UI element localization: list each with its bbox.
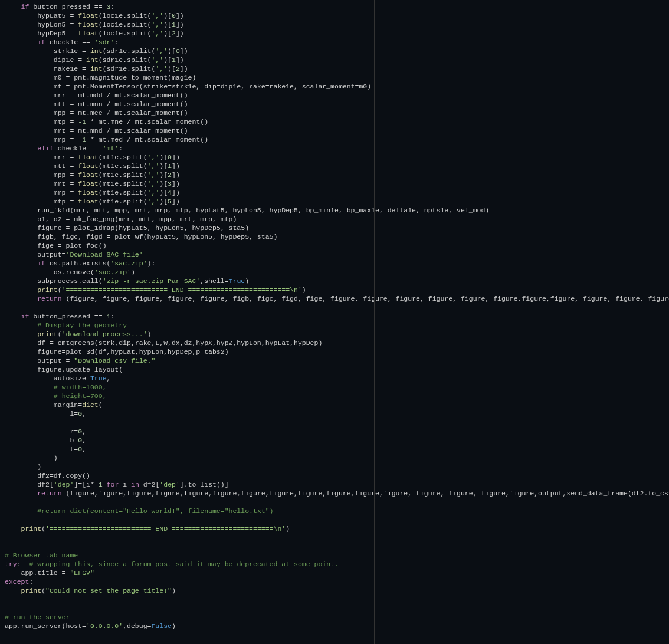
code-line[interactable]	[5, 542, 669, 551]
code-line[interactable]: mpp = mt.mee / mt.scalar_moment()	[5, 109, 669, 117]
code-line[interactable]: o1, o2 = mk_foc_png(mrr, mtt, mpp, mrt, …	[5, 215, 669, 224]
code-line[interactable]: m0 = pmt.magnitude_to_moment(mag1e)	[5, 73, 669, 82]
code-line[interactable]: elif check1e == 'mt':	[5, 144, 669, 153]
code-line[interactable]: # Browser tab name	[5, 551, 669, 560]
code-token: (mt1e.split(	[99, 180, 147, 188]
code-token: print	[37, 286, 58, 294]
code-line[interactable]: hypLon5 = float(loc1e.split(',')[1])	[5, 20, 669, 29]
code-token: (sdr1e.split(	[103, 47, 156, 55]
code-line[interactable]	[5, 533, 669, 542]
code-editor[interactable]: if button_pressed == 3: hypLat5 = float(…	[0, 0, 669, 633]
code-line[interactable]: dip1e = int(sdr1e.split(',')[1])	[5, 55, 669, 64]
code-line[interactable]: app.run_server(host='0.0.0.0',debug=Fals…	[5, 622, 669, 630]
code-token: ])	[172, 153, 180, 161]
code-token: ','	[151, 21, 163, 28]
code-line[interactable]: print('download process...')	[5, 330, 669, 339]
code-line[interactable]: print('========================= END ===…	[5, 524, 669, 533]
code-line[interactable]: # Display the geometry	[5, 321, 669, 330]
code-line[interactable]: )	[5, 462, 669, 471]
code-token: ])	[172, 171, 180, 179]
code-line[interactable]: fige = plot_foc()	[5, 241, 669, 250]
code-token: button_pressed ==	[29, 313, 106, 320]
code-token: ,	[82, 436, 86, 444]
code-line[interactable]: mtp = float(mt1e.split(',')[5])	[5, 197, 669, 206]
code-line[interactable]: mtt = float(mt1e.split(',')[1])	[5, 162, 669, 170]
code-token: mrt = mt.mnd / mt.scalar_moment()	[5, 127, 188, 134]
code-line[interactable]: b=0,	[5, 436, 669, 445]
code-line[interactable]: # height=700,	[5, 392, 669, 400]
code-line[interactable]: df2=df.copy()	[5, 471, 669, 480]
code-token: -1	[94, 481, 103, 488]
code-line[interactable]	[5, 515, 669, 524]
code-line[interactable]: os.remove('sac.zip')	[5, 268, 669, 277]
code-line[interactable]: mrp = -1 * mt.med / mt.scalar_moment()	[5, 135, 669, 144]
code-line[interactable]	[5, 498, 669, 507]
code-line[interactable]: figure=plot_3d(df,hypLat,hypLon,hypDep,p…	[5, 347, 669, 356]
code-line[interactable]: # width=1000,	[5, 383, 669, 392]
code-token: )[	[163, 29, 172, 37]
code-line[interactable]: hypDep5 = float(loc1e.split(',')[2])	[5, 29, 669, 38]
code-line[interactable]: mtp = -1 * mt.mne / mt.scalar_moment()	[5, 117, 669, 126]
code-token: fige = plot_foc()	[5, 242, 107, 249]
code-line[interactable]: except:	[5, 577, 669, 586]
code-token: (mt1e.split(	[99, 171, 147, 179]
code-line[interactable]: mrr = float(mt1e.split(',')[0])	[5, 153, 669, 162]
code-line[interactable]: mtt = mt.mnn / mt.scalar_moment()	[5, 100, 669, 109]
code-line[interactable]: return (figure,figure,figure,figure,figu…	[5, 489, 669, 498]
code-line[interactable]: # run the server	[5, 613, 669, 622]
code-line[interactable]: if button_pressed == 3:	[5, 2, 669, 11]
code-line[interactable]: l=0,	[5, 409, 669, 418]
code-token: )[	[163, 56, 172, 64]
code-token: (mt1e.split(	[99, 198, 147, 205]
code-line[interactable]	[5, 418, 669, 427]
code-token: mrp =	[5, 189, 78, 196]
code-token: * mt.med / mt.scalar_moment()	[86, 136, 208, 143]
code-line[interactable]: mt = pmt.MomentTensor(strike=strk1e, dip…	[5, 82, 669, 91]
code-token: )[	[159, 162, 168, 170]
code-token: print	[21, 587, 42, 594]
code-line[interactable]: figb, figc, figd = plot_wf(hypLat5, hypL…	[5, 232, 669, 241]
code-line[interactable]: if button_pressed == 1:	[5, 312, 669, 321]
code-token: hypLat5 =	[5, 12, 78, 19]
code-line[interactable]: output='Download SAC file'	[5, 250, 669, 259]
code-line[interactable]: figure.update_layout(	[5, 365, 669, 374]
code-line[interactable]: mpp = float(mt1e.split(',')[2])	[5, 170, 669, 179]
code-line[interactable]: )	[5, 454, 669, 462]
code-line[interactable]: subprocess.call('zip -r sac.zip Par SAC'…	[5, 277, 669, 285]
code-line[interactable]: figure = plot_1dmap(hypLat5, hypLon5, hy…	[5, 224, 669, 232]
code-token: 'Download SAC file'	[66, 251, 143, 258]
code-token: "EFGV"	[70, 569, 94, 577]
code-line[interactable]: if os.path.exists('sac.zip'):	[5, 259, 669, 268]
code-line[interactable]: print("Could not set the page title!")	[5, 586, 669, 595]
code-line[interactable]: hypLat5 = float(loc1e.split(',')[0])	[5, 11, 669, 20]
code-token: )[	[159, 189, 168, 196]
code-line[interactable]: mrt = mt.mnd / mt.scalar_moment()	[5, 126, 669, 135]
code-line[interactable]: strk1e = int(sdr1e.split(',')[0])	[5, 47, 669, 55]
code-token: float	[78, 162, 99, 170]
code-line[interactable]: mrp = float(mt1e.split(',')[4])	[5, 188, 669, 197]
code-token: )	[5, 463, 41, 471]
code-line[interactable]: mrr = mt.mdd / mt.scalar_moment()	[5, 91, 669, 100]
code-line[interactable]: output = "Download csv file."	[5, 356, 669, 365]
code-line[interactable]: rake1e = int(sdr1e.split(',')[2])	[5, 64, 669, 73]
code-line[interactable]	[5, 595, 669, 604]
code-line[interactable]: autosize=True,	[5, 374, 669, 383]
code-line[interactable]: app.title = "EFGV"	[5, 569, 669, 577]
code-line[interactable]: if check1e == 'sdr':	[5, 38, 669, 47]
code-line[interactable]	[5, 604, 669, 613]
code-line[interactable]: margin=dict(	[5, 400, 669, 409]
code-line[interactable]: mrt = float(mt1e.split(',')[3])	[5, 179, 669, 188]
code-line[interactable]: df = cmtgreens(strk,dip,rake,L,W,dx,dz,h…	[5, 339, 669, 347]
code-token: mpp = mt.mee / mt.scalar_moment()	[5, 109, 188, 117]
code-line[interactable]: return (figure, figure, figure, figure, …	[5, 294, 669, 303]
panel-divider[interactable]	[374, 0, 375, 644]
code-line[interactable]: run_fk1d(mrr, mtt, mpp, mrt, mrp, mtp, h…	[5, 206, 669, 215]
code-line[interactable]: df2['dep']=[i*-1 for i in df2['dep'].to_…	[5, 480, 669, 489]
code-line[interactable]: t=0,	[5, 445, 669, 454]
code-line[interactable]: r=0,	[5, 427, 669, 436]
code-line[interactable]: try: # wrapping this, since a forum post…	[5, 560, 669, 569]
code-token: (mt1e.split(	[99, 162, 147, 170]
code-line[interactable]: print('========================= END ===…	[5, 285, 669, 294]
code-line[interactable]	[5, 303, 669, 312]
code-line[interactable]: #return dict(content="Hello world!", fil…	[5, 507, 669, 515]
